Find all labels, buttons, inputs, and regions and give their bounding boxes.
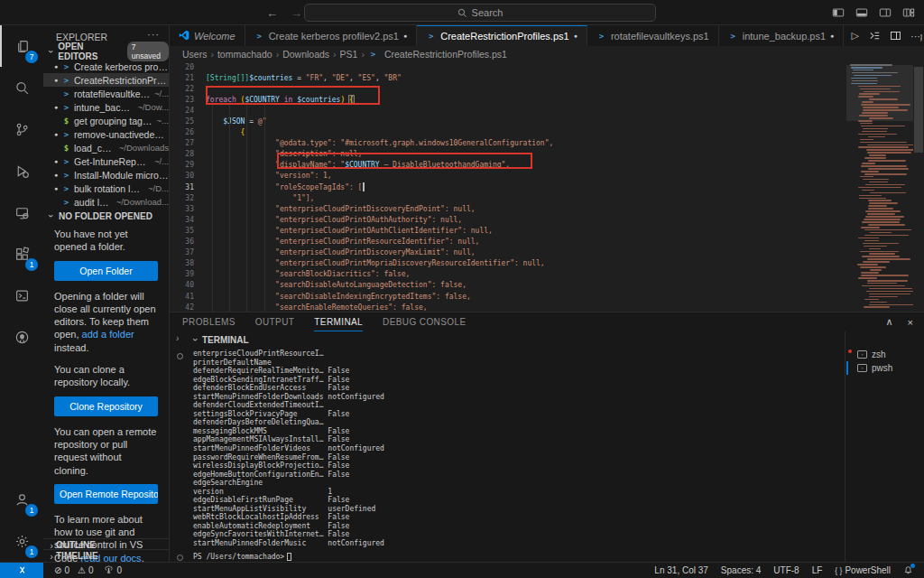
open-editor-item[interactable]: ●>Install-Module microsoft.... <box>43 168 169 182</box>
titlebar: ← → Search <box>0 0 924 25</box>
open-folder-button[interactable]: Open Folder <box>54 261 158 281</box>
search-input[interactable]: Search <box>304 4 656 22</box>
panel-tab-terminal[interactable]: TERMINAL <box>314 312 363 331</box>
indentation-status[interactable]: Spaces: 4 <box>721 565 761 575</box>
activity-explorer-icon[interactable]: 7 <box>0 25 43 67</box>
breadcrumb-item[interactable]: Downloads <box>282 49 329 60</box>
activity-run-debug-icon[interactable] <box>0 150 43 191</box>
panel-tab-output[interactable]: OUTPUT <box>255 312 295 331</box>
activity-settings-icon[interactable]: 1 <box>0 520 43 562</box>
command-decoration-icon[interactable] <box>177 353 183 359</box>
activity-remote-explorer-icon[interactable] <box>0 191 43 233</box>
customize-layout-icon[interactable] <box>902 6 915 19</box>
open-editor-item[interactable]: ●>remove-unactivedevicefr... <box>43 127 169 141</box>
line-number: 22 <box>170 85 206 93</box>
line-number: 34 <box>170 216 206 224</box>
clone-repository-button[interactable]: Clone Repository <box>54 396 158 416</box>
breadcrumb-file[interactable]: CreateRestrictionProfiles.ps1 <box>384 49 507 60</box>
code-editor[interactable]: 2021[String[]]$countries = "FR", "DE", "… <box>170 61 924 312</box>
toggle-secondary-sidebar-icon[interactable] <box>879 6 892 19</box>
breadcrumb: Users›tommachado›Downloads›PS1›>CreateRe… <box>170 46 924 61</box>
open-editor-item[interactable]: ●>CreateRestrictionProfiles.... <box>43 73 169 87</box>
tab-welcome[interactable]: Welcome <box>170 25 245 46</box>
terminal-instance-pwsh[interactable]: ›pwsh <box>846 361 924 375</box>
split-editor-icon[interactable] <box>891 32 901 40</box>
open-editor-item[interactable]: >audit logs.ps1~/Download... <box>43 195 169 209</box>
open-editor-item[interactable]: >rotatefilevaultkeys.ps1~/... <box>43 87 169 100</box>
prompt-decoration-icon[interactable] <box>177 555 183 561</box>
add-a-folder-link[interactable]: add a folder <box>82 329 134 340</box>
braces-icon: { } <box>835 566 842 575</box>
open-editors-header[interactable]: › OPEN EDITORS 7 unsaved <box>43 45 169 58</box>
open-editor-item[interactable]: $get grouping tags cs.sh~... <box>43 114 169 127</box>
breadcrumb-item[interactable]: PS1 <box>340 49 358 60</box>
code-line-29: 29 "displayName": "$COUNTRY – DisableBlu… <box>170 160 924 171</box>
line-number: 33 <box>170 205 206 213</box>
open-editor-item[interactable]: ●>Get-IntuneReports.ps1~/... <box>43 154 169 168</box>
nav-back-icon[interactable]: ← <box>266 6 278 20</box>
code-line-21: 21[String[]]$countries = "FR", "DE", "ES… <box>170 72 924 83</box>
problems-status[interactable]: ⊘0 ⚠0 <box>54 565 93 575</box>
eol-status[interactable]: LF <box>812 565 823 575</box>
language-status[interactable]: { }PowerShell <box>835 565 891 575</box>
activity-github-icon[interactable] <box>0 316 43 358</box>
panel-tab-problems[interactable]: PROBLEMS <box>182 312 236 331</box>
dirty-dot: ● <box>51 185 61 191</box>
no-folder-header[interactable]: › NO FOLDER OPENED <box>43 210 169 222</box>
activity-accounts-icon[interactable]: 1 <box>0 479 43 520</box>
activity-search-icon[interactable] <box>0 67 43 108</box>
timeline-section[interactable]: › TIMELINE <box>43 549 169 562</box>
remote-indicator[interactable] <box>0 563 43 578</box>
terminal-section-header[interactable]: › TERMINAL <box>191 331 249 348</box>
run-file-icon[interactable]: ▷ <box>852 30 859 42</box>
minimap[interactable] <box>846 61 913 312</box>
dirty-dot: ● <box>51 104 61 110</box>
close-panel-icon[interactable]: × <box>908 317 913 328</box>
line-number: 32 <box>170 194 206 202</box>
panel-tab-debug-console[interactable]: DEBUG CONSOLE <box>383 312 466 331</box>
breadcrumb-item[interactable]: Users <box>182 49 207 60</box>
open-remote-repository-button[interactable]: Open Remote Repository <box>54 484 158 504</box>
breadcrumb-item[interactable]: tommachado <box>217 49 273 60</box>
explorer-more-actions-icon[interactable]: ··· <box>147 29 160 40</box>
tab-intune-backup-ps1[interactable]: >intune_backup.ps1● <box>719 25 845 46</box>
ps1-file-icon: > <box>254 32 264 41</box>
file-path: ~/... <box>154 89 169 98</box>
toggle-sidebar-icon[interactable] <box>832 6 845 19</box>
nav-forward-icon[interactable]: → <box>291 6 302 20</box>
file-name: intune_backup.ps1 <box>74 102 134 113</box>
terminal-instance-zsh[interactable]: ›zsh <box>846 348 924 361</box>
line-number: 41 <box>170 293 206 301</box>
tab-createrestrictionprofiles-ps1[interactable]: >CreateRestrictionProfiles.ps1● <box>417 25 587 46</box>
open-editor-item[interactable]: $load_cs.sh~/Downloads <box>43 141 169 154</box>
terminal-prompt[interactable]: PS /Users/tommachado> <box>193 553 291 561</box>
activity-source-control-icon[interactable] <box>0 108 43 150</box>
open-editor-item[interactable]: ●>bulk rotation laps.ps1~/D... <box>43 182 169 195</box>
toggle-panel-icon[interactable] <box>855 6 868 19</box>
run-in-terminal-icon[interactable] <box>869 31 881 41</box>
chevron-right-icon[interactable]: › <box>176 333 179 343</box>
file-name: load_cs.sh <box>74 143 116 154</box>
warning-icon: ⚠ <box>78 565 86 575</box>
tab-rotatefilevaultkeys-ps1[interactable]: >rotatefilevaultkeys.ps1 <box>587 25 719 46</box>
editor-scrollbar[interactable] <box>913 61 924 312</box>
dirty-dot: ● <box>51 172 61 178</box>
maximize-panel-icon[interactable]: ∧ <box>886 316 893 328</box>
cursor-position-status[interactable]: Ln 31, Col 37 <box>654 565 708 575</box>
code-line-24: 24 <box>170 105 924 116</box>
terminal-label: pwsh <box>872 363 892 373</box>
more-actions-icon[interactable]: ··· <box>910 31 920 42</box>
layout-controls <box>832 0 915 25</box>
activity-extensions-icon[interactable]: 1 <box>0 233 43 275</box>
vscode-file-icon <box>179 30 189 42</box>
open-editor-item[interactable]: ●>Create kerberos profilev2.... <box>43 60 169 73</box>
line-number: 30 <box>170 172 206 180</box>
notifications-bell[interactable] <box>903 565 913 575</box>
encoding-status[interactable]: UTF-8 <box>773 565 799 575</box>
open-editor-item[interactable]: ●>intune_backup.ps1~/Dow... <box>43 100 169 114</box>
tab-create-kerberos-profilev2-ps1[interactable]: >Create kerberos profilev2.ps1● <box>245 25 418 46</box>
activity-terminal-icon[interactable] <box>0 275 43 316</box>
line-number: 35 <box>170 227 206 235</box>
ports-status[interactable]: 0 <box>104 565 122 575</box>
unsaved-badge: 7 unsaved <box>127 42 169 61</box>
